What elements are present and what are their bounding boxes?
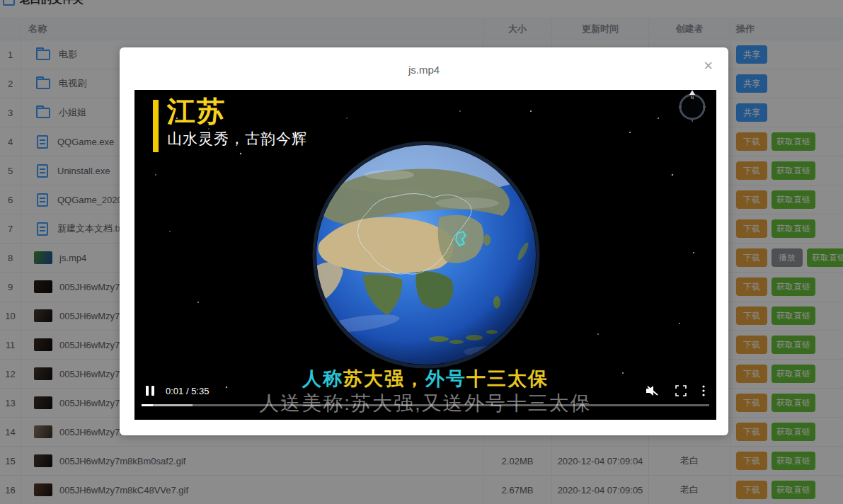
close-button[interactable]: × [699,57,717,74]
video-overlay-title: 江苏 [167,96,307,127]
title-accent-bar [153,100,159,152]
pause-button[interactable] [146,386,154,396]
video-controls: 0:01 / 5:35 [134,382,716,400]
video-overlay-subtitle: 山水灵秀，古韵今辉 [167,129,307,149]
video-overlay-title-block: 江苏 山水灵秀，古韵今辉 [153,96,307,152]
dialog-title: js.mp4 [120,47,728,76]
compass-north-label: N [691,96,694,100]
video-player[interactable]: 江苏 山水灵秀，古韵今辉 N 人称苏大强，外号十三太保 人送美称:苏大强,又送外… [134,90,716,420]
mute-button[interactable] [645,384,660,397]
video-progress-bar[interactable] [142,404,709,406]
video-dialog: js.mp4 × [120,47,728,435]
video-time: 0:01 / 5:35 [166,386,209,396]
close-icon: × [704,57,713,74]
fullscreen-icon [675,385,687,396]
fullscreen-button[interactable] [675,385,687,396]
more-options-button[interactable] [702,385,705,396]
progress-played [142,404,153,406]
kebab-menu-icon [702,385,705,396]
muted-speaker-icon [645,384,660,397]
compass-icon: N [675,90,709,122]
